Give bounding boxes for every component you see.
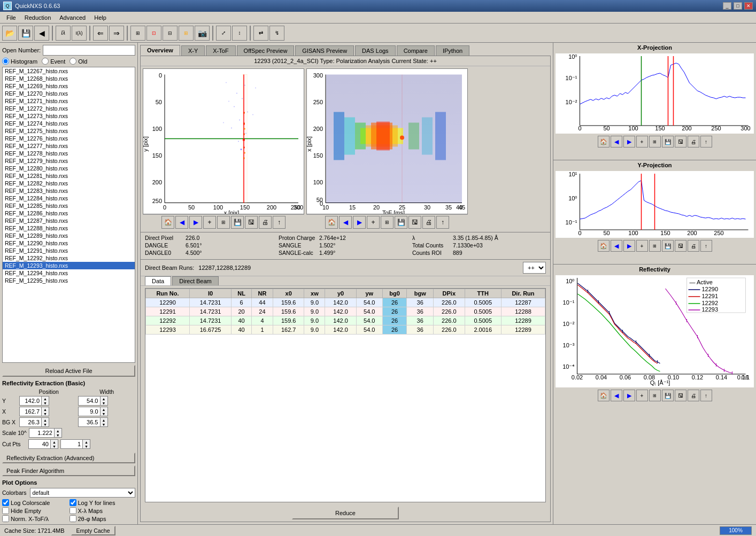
xy-fwd-button[interactable]: ▶ (189, 216, 202, 229)
refl-save-button[interactable]: 💾 (662, 390, 674, 401)
tab-compare[interactable]: Compare (397, 45, 435, 56)
bgx-width-up[interactable]: ▲ (101, 418, 107, 422)
file-item[interactable]: REF_M_12292_histo.nxs (3, 254, 135, 262)
yproj-back-button[interactable]: ◀ (611, 240, 622, 252)
refl-advanced-button[interactable]: Reflectivity Extraction (Advanced) (2, 453, 135, 463)
file-item[interactable]: REF_M_12275_histo.nxs (3, 127, 135, 135)
event-radio[interactable] (42, 58, 49, 65)
xy-plus-button[interactable]: + (203, 216, 216, 229)
xproj-fwd-button[interactable]: ▶ (623, 136, 635, 147)
file-item[interactable]: REF_M_12289_histo.nxs (3, 232, 135, 239)
bgx-position-down[interactable]: ▼ (42, 422, 49, 426)
file-item[interactable]: REF_M_12293_histo.nxs (3, 262, 135, 269)
file-item[interactable]: REF_M_12278_histo.nxs (3, 150, 135, 157)
tab-gisans[interactable]: GISANS Preview (295, 45, 354, 56)
file-item[interactable]: REF_M_12281_histo.nxs (3, 172, 135, 180)
tof-print-button[interactable]: 🖨 (422, 216, 435, 229)
file-item[interactable]: REF_M_12294_histo.nxs (3, 269, 135, 277)
y-position-up[interactable]: ▲ (42, 397, 49, 401)
file-item[interactable]: REF_M_12284_histo.nxs (3, 195, 135, 202)
colorbars-select[interactable]: default jet gray hot (30, 488, 135, 498)
log-y-check[interactable] (70, 499, 76, 506)
refl-save2-button[interactable]: 🖫 (675, 390, 686, 401)
hide-empty-label[interactable]: Hide Empty (2, 507, 68, 514)
x-position-input[interactable] (19, 407, 42, 416)
file-item[interactable]: REF_M_12295_histo.nxs (3, 277, 135, 284)
file-item[interactable]: REF_M_12277_histo.nxs (3, 142, 135, 150)
cut-pts-right-input[interactable] (60, 439, 83, 449)
file-item[interactable]: REF_M_12279_histo.nxs (3, 157, 135, 165)
xy-save2-button[interactable]: 🖫 (245, 216, 258, 229)
y-width-down[interactable]: ▼ (101, 401, 107, 405)
x-width-down[interactable]: ▼ (101, 411, 107, 416)
refl-back-button[interactable]: ◀ (611, 390, 622, 401)
tof-plus-button[interactable]: + (367, 216, 380, 229)
histogram-radio[interactable] (2, 58, 9, 65)
bgx-width-down[interactable]: ▼ (101, 422, 107, 426)
refl-home-button[interactable]: 🏠 (598, 390, 610, 401)
scale-up[interactable]: ▲ (55, 429, 61, 433)
tof-save2-button[interactable]: 🖫 (408, 216, 421, 229)
back-button[interactable]: ◀ (34, 26, 49, 41)
bgx-width-spinner[interactable]: ▲ ▼ (78, 417, 136, 427)
yproj-save2-button[interactable]: 🖫 (675, 240, 686, 252)
file-item[interactable]: REF_M_12268_histo.nxs (3, 75, 135, 82)
tab-daslogs[interactable]: DAS Logs (355, 45, 396, 56)
file-item[interactable]: REF_M_12283_histo.nxs (3, 187, 135, 195)
open-number-input[interactable] (43, 45, 135, 56)
empty-cache-button[interactable]: Empty Cache (71, 526, 115, 535)
tab-offspec[interactable]: OffSpec Preview (237, 45, 295, 56)
extra-btn-2[interactable]: ↕ (232, 26, 247, 41)
bgx-position-up[interactable]: ▲ (42, 418, 49, 422)
i-lambda-paren-button[interactable]: I(λ) (72, 26, 87, 41)
grid-check-button[interactable]: ⊞ (130, 26, 145, 41)
menu-reduction[interactable]: Reduction (20, 13, 56, 22)
yproj-home-button[interactable]: 🏠 (598, 240, 610, 252)
orange-button[interactable]: ⊞ (179, 26, 194, 41)
event-radio-label[interactable]: Event (42, 58, 65, 65)
cut-pts-right-down[interactable]: ▼ (83, 444, 90, 448)
maximize-button[interactable]: □ (734, 2, 742, 10)
extra-btn-4[interactable]: ↯ (269, 26, 284, 41)
file-item[interactable]: REF_M_12269_histo.nxs (3, 82, 135, 90)
file-item[interactable]: REF_M_12288_histo.nxs (3, 224, 135, 232)
reduce-button[interactable]: Reduce (292, 507, 399, 519)
extra-btn-3[interactable]: ⇄ (253, 26, 268, 41)
xproj-param-button[interactable]: ⊞ (649, 136, 661, 147)
log-colorscale-check[interactable] (2, 499, 9, 506)
log-colorscale-label[interactable]: Log Colorscale (2, 499, 68, 506)
peak-finder-button[interactable]: Peak Finder Algorithm (2, 465, 135, 476)
x-width-up[interactable]: ▲ (101, 407, 107, 411)
menu-help[interactable]: Help (90, 13, 111, 22)
x-lambda-check[interactable] (70, 507, 76, 514)
tof-param-button[interactable]: ⊞ (381, 216, 394, 229)
tab-xy[interactable]: X-Y (181, 45, 205, 56)
x-width-spinner[interactable]: ▲ ▼ (78, 407, 136, 416)
open-folder-button[interactable]: 📂 (2, 26, 17, 41)
file-item[interactable]: REF_M_12276_histo.nxs (3, 135, 135, 142)
x-lambda-label[interactable]: X-λ Maps (70, 507, 136, 514)
nav-right-button[interactable]: ⇒ (109, 26, 124, 41)
sub-tab-direct-beam[interactable]: Direct Beam (172, 276, 219, 285)
tof-save-button[interactable]: 💾 (395, 216, 407, 229)
log-y-label[interactable]: Log Y for lines (70, 499, 136, 506)
menu-advanced[interactable]: Advanced (55, 13, 90, 22)
two-theta-label[interactable]: 2θ-φ Maps (70, 515, 136, 522)
xy-up-button[interactable]: ↑ (273, 216, 286, 229)
table-row[interactable]: 1229114.72312024159.69.0142.054.02636226… (146, 307, 545, 316)
refl-up-button[interactable]: ↑ (700, 390, 712, 401)
x-position-down[interactable]: ▼ (42, 411, 49, 416)
two-theta-check[interactable] (70, 515, 76, 522)
yproj-print-button[interactable]: 🖨 (688, 240, 699, 252)
xy-print-button[interactable]: 🖨 (259, 216, 272, 229)
y-position-input[interactable] (19, 396, 42, 406)
refl-plus-button[interactable]: + (636, 390, 648, 401)
cut-pts-left-spinner[interactable]: ▲ ▼ (28, 439, 58, 449)
table-row[interactable]: 1229014.7231644159.69.0142.054.02636226.… (146, 298, 545, 307)
direct-beam-combo[interactable]: ++ +- -+ -- (523, 262, 546, 274)
refl-param-button[interactable]: ⊞ (649, 390, 661, 401)
x-position-spinner[interactable]: ▲ ▼ (19, 407, 77, 416)
file-item[interactable]: REF_M_12273_histo.nxs (3, 112, 135, 120)
file-item[interactable]: REF_M_12285_histo.nxs (3, 202, 135, 209)
cut-pts-left-up[interactable]: ▲ (51, 440, 58, 444)
